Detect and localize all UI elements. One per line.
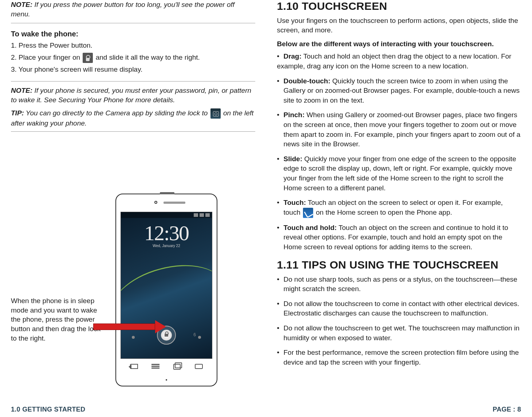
gesture-touch: Touch: Touch an object on the screen to … xyxy=(277,198,521,218)
note-text: If your phone is secured, you must enter… xyxy=(11,87,251,104)
touchscreen-tips-list: Do not use sharp tools, such as pens or … xyxy=(277,275,521,368)
term: Touch and hold: xyxy=(284,224,337,231)
lock-hint: 6 xyxy=(193,332,196,337)
tip-text-a: You can go directly to the Camera app by… xyxy=(24,109,210,117)
touchscreen-gestures-list-cont: Double-touch: Quickly touch the screen t… xyxy=(277,76,521,252)
lock-target-right xyxy=(198,336,201,339)
gesture-slide: Slide: Quickly move your finger from one… xyxy=(277,154,521,193)
phone-mic xyxy=(166,379,167,381)
term: Drag: xyxy=(283,52,302,60)
page-footer: 1.0 GETTING STARTED PAGE : 8 xyxy=(11,406,521,413)
gesture-pinch: Pinch: When using Gallery or zoomed-out … xyxy=(277,110,521,149)
footer-right: PAGE : 8 xyxy=(493,406,521,413)
term: Touch: xyxy=(284,199,306,206)
note-power-off: NOTE: If you press the power button for … xyxy=(11,0,255,19)
term: Slide: xyxy=(284,155,303,163)
section-heading-1-10: 1.10 TOUCHSCREEN xyxy=(277,0,521,12)
wake-steps: 1. Press the Power button. 2. Place your… xyxy=(11,40,255,75)
touchscreen-intro: Use your fingers on the touchscreen to p… xyxy=(277,16,521,35)
wake-step-2: 2. Place your finger on and slide it all… xyxy=(11,52,255,63)
term: Double-touch: xyxy=(284,77,331,85)
recent-key-icon xyxy=(173,364,181,369)
phone-app-icon xyxy=(303,208,313,218)
desc: Quickly move your finger from one edge o… xyxy=(284,155,516,192)
note-secured: NOTE: If your phone is secured, you must… xyxy=(11,86,255,104)
section-heading-1-11: 1.11 TIPS ON USING THE TOUCHSCREEN xyxy=(277,259,521,271)
phone-illustration-area: When the phone is in sleep mode and you … xyxy=(11,194,255,386)
gesture-drag: Drag: Touch and hold an object then drag… xyxy=(277,52,521,71)
lockscreen-clock: 12:30 xyxy=(121,221,212,245)
phone-lock-screen: 12:30 Wed, January 22 6 xyxy=(121,212,212,359)
status-bar xyxy=(121,212,212,218)
divider xyxy=(11,81,255,82)
back-key-icon xyxy=(130,364,138,369)
tip-4: For the best performance, remove the scr… xyxy=(277,348,521,367)
wake-step-2a: 2. Place your finger on xyxy=(11,53,82,61)
red-arrow xyxy=(93,320,166,333)
gesture-double-touch: Double-touch: Quickly touch the screen t… xyxy=(277,76,521,106)
touchscreen-gestures-list: Drag: Touch and hold an object then drag… xyxy=(277,52,521,71)
tip-3: Do not allow the touchscreen to get wet.… xyxy=(277,323,521,343)
wake-step-3: 3. Your phone's screen will resume displ… xyxy=(11,64,255,75)
note-text: If you press the power button for too lo… xyxy=(11,1,235,18)
lock-icon xyxy=(83,53,93,63)
phone-earpiece xyxy=(163,202,185,204)
note-label: NOTE: xyxy=(11,1,32,8)
camera-icon xyxy=(210,108,221,119)
divider xyxy=(11,23,255,23)
tip-label: TIP: xyxy=(11,109,24,117)
desc: When using Gallery or zoomed-out Browser… xyxy=(284,111,521,148)
note-label: NOTE: xyxy=(11,87,32,94)
phone-device: 12:30 Wed, January 22 6 xyxy=(115,194,217,386)
menu-key-icon xyxy=(151,364,159,369)
touchscreen-subhead: Below are the different ways of interact… xyxy=(277,40,521,48)
term: Pinch: xyxy=(284,111,305,119)
phone-front-camera xyxy=(154,201,157,204)
desc: Touch and hold an object then drag the o… xyxy=(277,52,512,70)
tip-2: Do not allow the touchscreen to come in … xyxy=(277,299,521,318)
tip-1: Do not use sharp tools, such as pens or … xyxy=(277,275,521,294)
wake-step-1: 1. Press the Power button. xyxy=(11,40,255,51)
gesture-touch-hold: Touch and hold: Touch an object on the s… xyxy=(277,223,521,252)
lockscreen-date: Wed, January 22 xyxy=(121,244,212,248)
tip-camera: TIP: You can go directly to the Camera a… xyxy=(11,108,255,128)
divider xyxy=(11,131,255,132)
home-key-icon xyxy=(195,364,203,369)
desc-b: on the Home screen to open the Phone app… xyxy=(314,208,452,216)
phone-power-button xyxy=(160,192,174,194)
footer-left: 1.0 GETTING STARTED xyxy=(11,406,85,413)
wake-step-2b: and slide it all the way to the right. xyxy=(96,53,200,61)
wake-heading: To wake the phone: xyxy=(11,30,255,38)
phone-soft-keys xyxy=(116,360,217,373)
sleep-caption: When the phone is in sleep mode and you … xyxy=(11,296,107,386)
